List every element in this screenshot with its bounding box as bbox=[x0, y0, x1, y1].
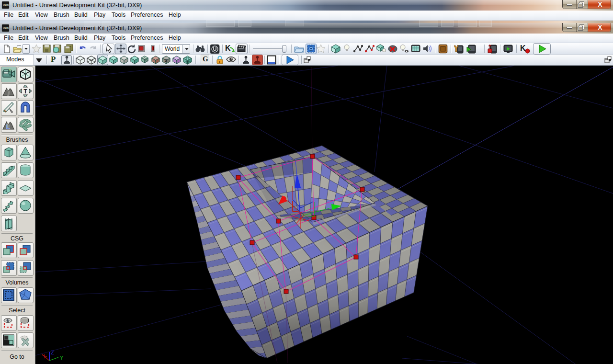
svg-text:S: S bbox=[164, 58, 167, 63]
svg-text:T: T bbox=[24, 88, 28, 95]
svg-text:L: L bbox=[6, 124, 10, 130]
svg-text:Z: Z bbox=[51, 350, 54, 355]
svg-text:Y: Y bbox=[60, 355, 64, 361]
